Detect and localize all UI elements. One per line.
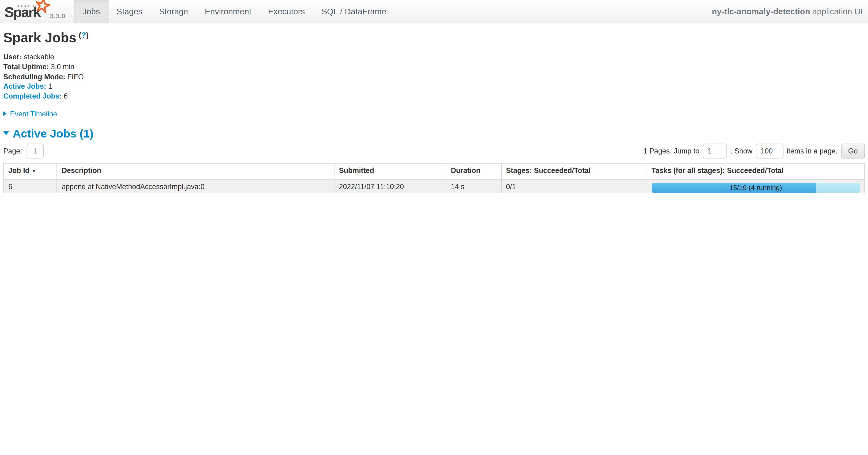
page-number-input[interactable]: [27, 144, 43, 159]
pagination-bar: Page: 1 Pages. Jump to . Show items in a…: [3, 144, 865, 159]
spark-version: 3.3.0: [50, 12, 65, 20]
active-jobs-link[interactable]: Active Jobs:: [3, 82, 46, 91]
summary-info: User: stackable Total Uptime: 3.0 min Sc…: [3, 52, 865, 102]
help-question-icon[interactable]: ?: [81, 30, 86, 39]
col-job-id[interactable]: Job Id▼: [3, 163, 57, 179]
col-tasks[interactable]: Tasks (for all stages): Succeeded/Total: [647, 163, 865, 179]
stages-cell: 0/1: [501, 179, 647, 193]
description-cell: append at NativeMethodAccessorImpl.java:…: [57, 179, 334, 193]
tab-executors[interactable]: Executors: [260, 0, 313, 23]
event-timeline-toggle[interactable]: Event Timeline: [3, 110, 865, 118]
application-name: ny-tlc-anomaly-detection: [712, 6, 810, 16]
submitted-cell: 2022/11/07 11:10:20: [334, 179, 446, 193]
application-title: ny-tlc-anomaly-detectionapplication UI: [712, 6, 868, 16]
spark-logo[interactable]: APACHE Spark: [0, 0, 48, 23]
page-label: Page:: [3, 147, 22, 155]
tab-storage[interactable]: Storage: [151, 0, 196, 23]
completed-jobs-link[interactable]: Completed Jobs:: [3, 92, 62, 101]
page-title: Spark Jobs(?): [3, 30, 865, 46]
jump-to-page-input[interactable]: [703, 144, 727, 159]
scheduling-mode-line: Scheduling Mode: FIFO: [3, 72, 865, 82]
table-header-row: Job Id▼ Description Submitted Duration S…: [3, 163, 865, 179]
expand-arrow-icon: [3, 132, 9, 136]
spark-logo-art: APACHE Spark: [4, 0, 48, 21]
main-content: Spark Jobs(?) User: stackable Total Upti…: [0, 30, 868, 193]
help-link: (?): [79, 30, 89, 39]
uptime-line: Total Uptime: 3.0 min: [3, 62, 865, 72]
spark-ui-page: APACHE Spark 3.3.0 Jobs Stages Storage E…: [0, 0, 868, 193]
application-ui-suffix: application UI: [812, 6, 863, 16]
user-line: User: stackable: [3, 52, 865, 62]
collapse-arrow-icon: [3, 112, 6, 116]
col-stages[interactable]: Stages: Succeeded/Total: [501, 163, 647, 179]
pages-count-text: 1 Pages. Jump to: [644, 147, 700, 155]
col-description[interactable]: Description: [57, 163, 334, 179]
items-per-page-input[interactable]: [756, 144, 783, 159]
completed-jobs-line: Completed Jobs: 6: [3, 91, 865, 102]
task-progress-bar: 15/19 (4 running): [651, 183, 860, 193]
col-duration[interactable]: Duration: [446, 163, 501, 179]
tab-sql-dataframe[interactable]: SQL / DataFrame: [313, 0, 395, 23]
navbar: APACHE Spark 3.3.0 Jobs Stages Storage E…: [0, 0, 868, 23]
nav-tabs: Jobs Stages Storage Environment Executor…: [74, 0, 395, 23]
sort-desc-icon: ▼: [32, 169, 36, 173]
pagination-controls: 1 Pages. Jump to . Show items in a page.…: [644, 144, 865, 159]
tab-environment[interactable]: Environment: [196, 0, 260, 23]
items-text: items in a page.: [787, 147, 838, 155]
job-id-cell: 6: [3, 179, 57, 193]
tab-stages[interactable]: Stages: [108, 0, 151, 23]
duration-cell: 14 s: [446, 179, 501, 193]
table-row: 6 append at NativeMethodAccessorImpl.jav…: [3, 179, 865, 193]
active-jobs-table: Job Id▼ Description Submitted Duration S…: [3, 163, 865, 193]
active-jobs-section-header[interactable]: Active Jobs (1): [3, 127, 865, 140]
progress-label: 15/19 (4 running): [651, 183, 860, 193]
job-description: append at NativeMethodAccessorImpl.java:…: [62, 182, 330, 191]
tasks-cell: 15/19 (4 running): [647, 179, 865, 193]
col-submitted[interactable]: Submitted: [334, 163, 446, 179]
active-jobs-line: Active Jobs: 1: [3, 82, 865, 91]
go-button[interactable]: Go: [841, 144, 865, 159]
show-text: . Show: [731, 147, 752, 155]
tab-jobs[interactable]: Jobs: [74, 0, 108, 23]
